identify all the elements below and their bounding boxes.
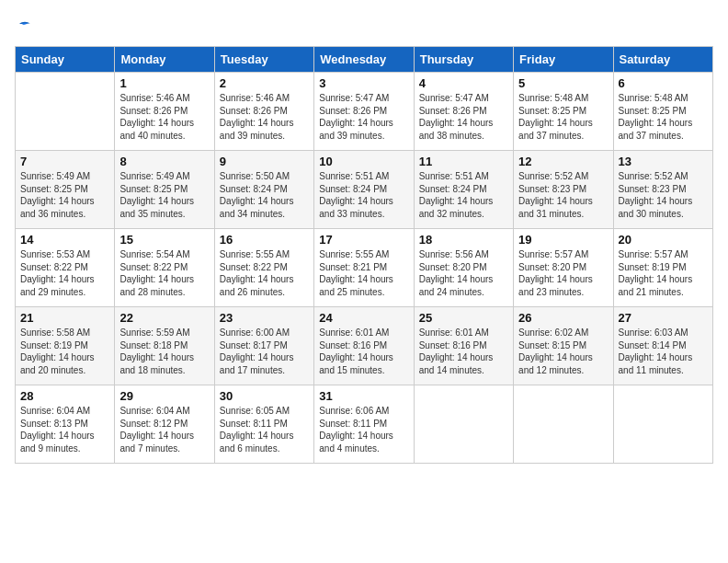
calendar-cell: 20 Sunrise: 5:57 AM Sunset: 8:19 PM Dayl… <box>613 229 712 307</box>
day-number: 30 <box>220 389 309 403</box>
calendar-cell: 1 Sunrise: 5:46 AM Sunset: 8:26 PM Dayli… <box>115 73 214 151</box>
cell-content: Sunrise: 5:51 AM Sunset: 8:24 PM Dayligh… <box>419 170 508 220</box>
cell-content: Sunrise: 5:53 AM Sunset: 8:22 PM Dayligh… <box>20 248 109 298</box>
col-header-sunday: Sunday <box>16 47 115 73</box>
cell-content: Sunrise: 6:05 AM Sunset: 8:11 PM Dayligh… <box>220 405 309 454</box>
day-number: 19 <box>518 233 608 247</box>
day-number: 12 <box>518 155 608 168</box>
col-header-saturday: Saturday <box>613 47 712 73</box>
cell-content: Sunrise: 6:06 AM Sunset: 8:11 PM Dayligh… <box>319 405 408 454</box>
cell-content: Sunrise: 6:00 AM Sunset: 8:17 PM Dayligh… <box>220 327 309 376</box>
cell-content: Sunrise: 5:47 AM Sunset: 8:26 PM Dayligh… <box>319 92 408 142</box>
calendar-cell: 24 Sunrise: 6:01 AM Sunset: 8:16 PM Dayl… <box>314 307 414 385</box>
day-number: 22 <box>119 311 209 325</box>
cell-content: Sunrise: 5:55 AM Sunset: 8:22 PM Dayligh… <box>220 248 309 298</box>
day-number: 3 <box>319 76 408 90</box>
cell-content: Sunrise: 5:48 AM Sunset: 8:25 PM Dayligh… <box>518 92 608 142</box>
day-number: 8 <box>119 155 209 168</box>
calendar-cell: 11 Sunrise: 5:51 AM Sunset: 8:24 PM Dayl… <box>414 151 513 229</box>
cell-content: Sunrise: 6:01 AM Sunset: 8:16 PM Dayligh… <box>419 327 508 376</box>
calendar-cell: 27 Sunrise: 6:03 AM Sunset: 8:14 PM Dayl… <box>613 307 712 385</box>
calendar-cell: 8 Sunrise: 5:49 AM Sunset: 8:25 PM Dayli… <box>115 151 214 229</box>
calendar-cell: 5 Sunrise: 5:48 AM Sunset: 8:25 PM Dayli… <box>514 73 613 151</box>
day-number: 9 <box>220 155 309 168</box>
calendar-cell: 25 Sunrise: 6:01 AM Sunset: 8:16 PM Dayl… <box>414 307 513 385</box>
cell-content: Sunrise: 6:04 AM Sunset: 8:12 PM Dayligh… <box>119 405 209 454</box>
calendar-cell: 12 Sunrise: 5:52 AM Sunset: 8:23 PM Dayl… <box>514 151 613 229</box>
cell-content: Sunrise: 5:48 AM Sunset: 8:25 PM Dayligh… <box>619 92 708 142</box>
cell-content: Sunrise: 5:56 AM Sunset: 8:20 PM Dayligh… <box>419 248 508 298</box>
day-number: 28 <box>20 389 109 403</box>
calendar-cell: 30 Sunrise: 6:05 AM Sunset: 8:11 PM Dayl… <box>214 385 313 464</box>
day-number: 6 <box>619 76 708 90</box>
day-number: 24 <box>319 311 408 325</box>
logo-bird-icon <box>17 18 33 35</box>
day-number: 29 <box>119 389 209 403</box>
day-number: 1 <box>119 76 209 90</box>
calendar-cell: 2 Sunrise: 5:46 AM Sunset: 8:26 PM Dayli… <box>214 73 313 151</box>
calendar-cell: 14 Sunrise: 5:53 AM Sunset: 8:22 PM Dayl… <box>16 229 115 307</box>
cell-content: Sunrise: 5:52 AM Sunset: 8:23 PM Dayligh… <box>619 170 708 220</box>
day-number: 4 <box>419 76 508 90</box>
col-header-thursday: Thursday <box>414 47 513 73</box>
cell-content: Sunrise: 6:03 AM Sunset: 8:14 PM Dayligh… <box>619 327 708 376</box>
cell-content: Sunrise: 5:50 AM Sunset: 8:24 PM Dayligh… <box>220 170 309 220</box>
day-number: 21 <box>20 311 109 325</box>
calendar-cell <box>16 73 115 151</box>
calendar-cell: 23 Sunrise: 6:00 AM Sunset: 8:17 PM Dayl… <box>214 307 313 385</box>
cell-content: Sunrise: 5:55 AM Sunset: 8:21 PM Dayligh… <box>319 248 408 298</box>
calendar-cell: 13 Sunrise: 5:52 AM Sunset: 8:23 PM Dayl… <box>613 151 712 229</box>
day-number: 13 <box>619 155 708 168</box>
page-header <box>15 15 713 39</box>
calendar-table: SundayMondayTuesdayWednesdayThursdayFrid… <box>15 46 713 464</box>
calendar-cell <box>613 385 712 464</box>
cell-content: Sunrise: 5:59 AM Sunset: 8:18 PM Dayligh… <box>119 327 209 376</box>
calendar-cell: 15 Sunrise: 5:54 AM Sunset: 8:22 PM Dayl… <box>115 229 214 307</box>
calendar-cell <box>514 385 613 464</box>
cell-content: Sunrise: 5:54 AM Sunset: 8:22 PM Dayligh… <box>119 248 209 298</box>
cell-content: Sunrise: 5:49 AM Sunset: 8:25 PM Dayligh… <box>20 170 109 220</box>
cell-content: Sunrise: 5:46 AM Sunset: 8:26 PM Dayligh… <box>119 92 209 142</box>
day-number: 23 <box>220 311 309 325</box>
calendar-cell: 26 Sunrise: 6:02 AM Sunset: 8:15 PM Dayl… <box>514 307 613 385</box>
cell-content: Sunrise: 5:51 AM Sunset: 8:24 PM Dayligh… <box>319 170 408 220</box>
calendar-cell: 9 Sunrise: 5:50 AM Sunset: 8:24 PM Dayli… <box>214 151 313 229</box>
day-number: 14 <box>20 233 109 247</box>
day-number: 27 <box>619 311 708 325</box>
calendar-cell: 29 Sunrise: 6:04 AM Sunset: 8:12 PM Dayl… <box>115 385 214 464</box>
cell-content: Sunrise: 6:02 AM Sunset: 8:15 PM Dayligh… <box>518 327 608 376</box>
day-number: 18 <box>419 233 508 247</box>
day-number: 11 <box>419 155 508 168</box>
calendar-cell: 31 Sunrise: 6:06 AM Sunset: 8:11 PM Dayl… <box>314 385 414 464</box>
day-number: 17 <box>319 233 408 247</box>
day-number: 15 <box>119 233 209 247</box>
day-number: 2 <box>220 76 309 90</box>
cell-content: Sunrise: 5:57 AM Sunset: 8:19 PM Dayligh… <box>619 248 708 298</box>
calendar-cell: 16 Sunrise: 5:55 AM Sunset: 8:22 PM Dayl… <box>214 229 313 307</box>
cell-content: Sunrise: 6:01 AM Sunset: 8:16 PM Dayligh… <box>319 327 408 376</box>
day-number: 26 <box>518 311 608 325</box>
calendar-cell: 7 Sunrise: 5:49 AM Sunset: 8:25 PM Dayli… <box>16 151 115 229</box>
logo <box>15 15 33 39</box>
calendar-cell: 4 Sunrise: 5:47 AM Sunset: 8:26 PM Dayli… <box>414 73 513 151</box>
calendar-cell: 10 Sunrise: 5:51 AM Sunset: 8:24 PM Dayl… <box>314 151 414 229</box>
day-number: 5 <box>518 76 608 90</box>
calendar-cell <box>414 385 513 464</box>
calendar-cell: 6 Sunrise: 5:48 AM Sunset: 8:25 PM Dayli… <box>613 73 712 151</box>
col-header-wednesday: Wednesday <box>314 47 414 73</box>
day-number: 10 <box>319 155 408 168</box>
calendar-cell: 17 Sunrise: 5:55 AM Sunset: 8:21 PM Dayl… <box>314 229 414 307</box>
calendar-cell: 28 Sunrise: 6:04 AM Sunset: 8:13 PM Dayl… <box>16 385 115 464</box>
day-number: 16 <box>220 233 309 247</box>
calendar-cell: 18 Sunrise: 5:56 AM Sunset: 8:20 PM Dayl… <box>414 229 513 307</box>
day-number: 20 <box>619 233 708 247</box>
calendar-cell: 22 Sunrise: 5:59 AM Sunset: 8:18 PM Dayl… <box>115 307 214 385</box>
calendar-cell: 19 Sunrise: 5:57 AM Sunset: 8:20 PM Dayl… <box>514 229 613 307</box>
cell-content: Sunrise: 6:04 AM Sunset: 8:13 PM Dayligh… <box>20 405 109 454</box>
calendar-cell: 3 Sunrise: 5:47 AM Sunset: 8:26 PM Dayli… <box>314 73 414 151</box>
cell-content: Sunrise: 5:46 AM Sunset: 8:26 PM Dayligh… <box>220 92 309 142</box>
cell-content: Sunrise: 5:49 AM Sunset: 8:25 PM Dayligh… <box>119 170 209 220</box>
cell-content: Sunrise: 5:47 AM Sunset: 8:26 PM Dayligh… <box>419 92 508 142</box>
col-header-tuesday: Tuesday <box>214 47 313 73</box>
col-header-friday: Friday <box>514 47 613 73</box>
